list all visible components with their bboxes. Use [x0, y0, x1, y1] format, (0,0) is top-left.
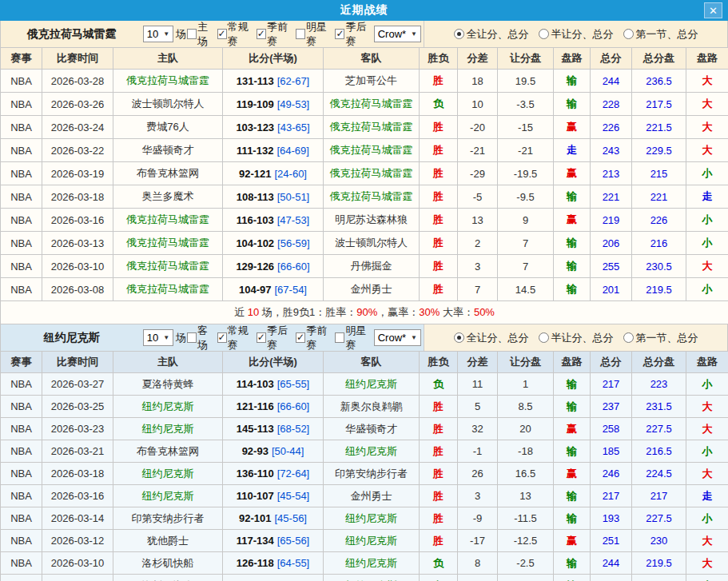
- cell-away-team: 金州勇士: [324, 485, 420, 507]
- odds-source-value: Crow*: [378, 332, 406, 344]
- cell-total-points: 221: [591, 185, 632, 209]
- odds-source-select[interactable]: Crow*▼: [374, 26, 421, 42]
- cell-handicap-result: 赢: [554, 463, 591, 485]
- cell-score: 117-134[65-56]: [223, 530, 324, 552]
- cell-handicap-result: 输: [554, 440, 591, 463]
- checkbox-label: 客场: [197, 324, 217, 352]
- cell-handicap-line: 20: [498, 418, 554, 440]
- chevron-down-icon: ▼: [411, 30, 417, 38]
- column-header-point-diff: 分差: [458, 48, 498, 70]
- cell-point-diff: 13: [458, 209, 498, 232]
- cell-handicap-line: -18: [498, 440, 554, 463]
- half-time-score: [65-56]: [277, 535, 309, 547]
- cell-total-points: 244: [591, 552, 632, 575]
- cell-total-points: 207: [591, 575, 632, 581]
- filter-checkbox[interactable]: 明星赛: [335, 324, 373, 352]
- column-header-handicap-line: 让分盘: [498, 48, 554, 70]
- cell-league: NBA: [1, 507, 42, 530]
- cell-total-line: 217.5: [632, 93, 686, 116]
- cell-league: NBA: [1, 185, 42, 209]
- odds-mode-radio[interactable]: 第一节、总分: [623, 27, 698, 42]
- filter-left-panel: 纽约尼克斯10▼场客场✓常规赛✓季后赛✓季前赛明星赛Crow*▼: [1, 324, 424, 351]
- filter-checkbox[interactable]: 明星赛: [296, 20, 334, 49]
- games-count-select[interactable]: 10▼: [143, 26, 173, 42]
- column-header-date: 比赛时间: [42, 352, 113, 373]
- cell-total-result: 小: [686, 373, 728, 396]
- cell-date: 2026-03-16: [42, 485, 113, 507]
- filter-checkbox[interactable]: ✓常规赛: [217, 324, 256, 352]
- table-row: NBA2026-03-16纽约尼克斯110-107[45-54]金州勇士胜313…: [1, 485, 728, 507]
- cell-home-team: 犹他爵士: [113, 530, 223, 552]
- cell-home-team: 夏洛特黄蜂: [113, 373, 223, 396]
- summary-segment: 30%: [419, 306, 440, 318]
- full-time-score: 116-103: [237, 214, 274, 226]
- cell-total-points: 217: [591, 373, 632, 396]
- table-row: NBA2026-03-14印第安纳步行者92-101[45-56]纽约尼克斯胜-…: [1, 507, 728, 530]
- cell-handicap-line: 16.5: [498, 463, 554, 485]
- filter-checkbox[interactable]: ✓季后赛: [257, 324, 295, 352]
- cell-total-line: 229.5: [632, 139, 686, 162]
- team-section: 俄克拉荷马城雷霆10▼场主场✓常规赛✓季前赛明星赛✓季后赛Crow*▼全让分、总…: [0, 21, 728, 324]
- cell-home-team: 波士顿凯尔特人: [113, 93, 223, 116]
- cell-score: 119-109[49-53]: [223, 93, 324, 116]
- cell-total-points: 244: [591, 70, 632, 93]
- filter-checkbox[interactable]: ✓季后赛: [335, 20, 373, 49]
- close-icon[interactable]: ✕: [704, 2, 722, 18]
- odds-mode-radio[interactable]: 半让分、总分: [539, 27, 614, 42]
- cell-total-result: 小: [686, 278, 728, 301]
- cell-date: 2026-03-10: [42, 255, 113, 278]
- filter-checkbox[interactable]: ✓常规赛: [217, 20, 256, 49]
- games-suffix-label: 场: [176, 27, 186, 42]
- checkbox-icon: [187, 29, 197, 39]
- table-row: NBA2026-03-24费城76人103-123[43-65]俄克拉荷马城雷霆…: [1, 116, 728, 139]
- cell-total-result: 走: [686, 185, 728, 209]
- cell-win-loss: 胜: [420, 162, 458, 185]
- cell-date: 2026-03-16: [42, 209, 113, 232]
- cell-total-points: 206: [591, 232, 632, 255]
- odds-mode-radio[interactable]: 半让分、总分: [539, 331, 614, 345]
- column-header-total-line: 总分盘: [632, 48, 686, 70]
- cell-total-result: 大: [686, 396, 728, 418]
- cell-handicap-line: 19.5: [498, 70, 554, 93]
- cell-total-result: 大: [686, 463, 728, 485]
- cell-away-team: 纽约尼克斯: [324, 440, 420, 463]
- radio-icon: [539, 332, 549, 343]
- cell-handicap-result: 输: [554, 278, 591, 301]
- team-name: 纽约尼克斯: [1, 331, 143, 345]
- cell-handicap-result: 输: [554, 185, 591, 209]
- sections-container: 俄克拉荷马城雷霆10▼场主场✓常规赛✓季前赛明星赛✓季后赛Crow*▼全让分、总…: [0, 21, 728, 581]
- cell-score: 108-113[50-51]: [223, 185, 324, 209]
- filter-bar: 俄克拉荷马城雷霆10▼场主场✓常规赛✓季前赛明星赛✓季后赛Crow*▼全让分、总…: [0, 21, 728, 47]
- full-time-score: 111-132: [237, 145, 273, 157]
- filter-checkbox[interactable]: ✓季前赛: [257, 20, 295, 49]
- odds-mode-radio[interactable]: 第一节、总分: [623, 331, 698, 345]
- odds-mode-radio[interactable]: 全让分、总分: [454, 331, 529, 345]
- odds-source-select[interactable]: Crow*▼: [374, 329, 421, 346]
- cell-handicap-result: 输: [554, 507, 591, 530]
- games-count-select[interactable]: 10▼: [143, 329, 173, 346]
- cell-total-line: 221.5: [632, 116, 686, 139]
- column-header-point-diff: 分差: [458, 352, 498, 373]
- cell-away-team: 新奥尔良鹈鹕: [324, 396, 420, 418]
- column-header-league: 赛事: [1, 48, 42, 70]
- cell-total-result: 走: [686, 485, 728, 507]
- filter-checkbox[interactable]: 主场: [187, 20, 216, 49]
- cell-league: NBA: [1, 440, 42, 463]
- cell-point-diff: -5: [458, 185, 498, 209]
- half-time-score: [64-69]: [276, 145, 308, 157]
- odds-mode-radio[interactable]: 全让分、总分: [454, 27, 529, 42]
- results-table: 赛事比赛时间主队比分(半场)客队胜负分差让分盘盘路总分总分盘盘路NBA2026-…: [0, 47, 728, 324]
- cell-league: NBA: [1, 418, 42, 440]
- cell-point-diff: 2: [458, 232, 498, 255]
- full-time-score: 104-97: [239, 284, 271, 296]
- cell-total-points: 228: [591, 93, 632, 116]
- cell-date: 2026-03-08: [42, 278, 113, 301]
- filter-checkbox[interactable]: 客场: [187, 324, 216, 352]
- cell-total-result: 大: [686, 255, 728, 278]
- cell-total-points: 217: [591, 485, 632, 507]
- cell-total-result: 小: [686, 232, 728, 255]
- cell-league: NBA: [1, 278, 42, 301]
- summary-row: 近 10 场，胜9负1：胜率：90%，赢率：30% 大率：50%: [1, 301, 728, 324]
- filter-checkbox[interactable]: ✓季前赛: [296, 324, 334, 352]
- cell-win-loss: 胜: [420, 209, 458, 232]
